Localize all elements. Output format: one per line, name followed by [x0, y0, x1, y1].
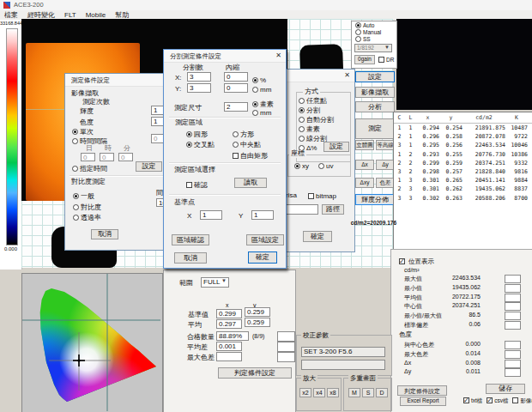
cancel-button[interactable]: 取消 — [91, 229, 118, 239]
range-label: 範圍 — [179, 280, 193, 288]
day-field[interactable] — [81, 153, 95, 161]
close-icon[interactable]: ✕ — [342, 71, 352, 80]
position-display-checkbox[interactable]: 位置表示 — [399, 258, 434, 266]
contour-button[interactable]: 等高線 — [376, 140, 395, 150]
close-icon[interactable]: ✕ — [274, 52, 283, 60]
radio-transmittance[interactable]: 透過率 — [73, 213, 101, 222]
delta-y-button[interactable]: Δy — [376, 160, 395, 170]
radio-manual-icon — [355, 29, 361, 35]
area-set-button[interactable]: 區域設定 — [246, 234, 284, 245]
size-field[interactable] — [224, 102, 248, 112]
radio-split[interactable]: 分割 — [299, 106, 320, 115]
table-row[interactable]: 210.2960.25820872.0789722 — [394, 132, 532, 141]
stat-row: 最小值 19435.062 — [391, 283, 532, 293]
radio-square[interactable]: 方形 — [233, 130, 254, 139]
avg-x-field: 0.297 — [216, 319, 242, 329]
radio-size-mm[interactable]: mm — [252, 109, 271, 117]
base-point-label: 基準点 — [174, 199, 195, 207]
min-field[interactable] — [118, 153, 133, 161]
radio-center-point[interactable]: 中央點 — [233, 140, 261, 149]
txt-file-checkbox[interactable]: txt檔 — [463, 397, 482, 403]
radio-single[interactable]: 單次 — [72, 127, 94, 136]
delta-xy-button[interactable]: Δxy — [355, 178, 374, 188]
radio-unit-percent[interactable]: % — [252, 76, 266, 84]
radio-uv[interactable]: uv — [318, 162, 333, 170]
save-button[interactable]: 儲存 — [486, 384, 525, 394]
radio-pixel[interactable]: 畫素 — [299, 124, 320, 134]
dialog-title-bar[interactable]: 分割測定條件設定 ✕ — [164, 50, 286, 63]
base-y-field[interactable] — [251, 210, 274, 220]
gain-button[interactable]: 0gain — [354, 55, 375, 64]
status-box — [505, 275, 521, 283]
shutter-select[interactable]: 1/8192▼ — [354, 44, 392, 52]
measure-button[interactable]: 測定 — [355, 118, 395, 139]
table-row[interactable]: 220.2990.25920374.2519332 — [394, 159, 532, 167]
status-box — [277, 352, 295, 362]
delta-x-button[interactable]: Δx — [355, 160, 374, 170]
luminance-dist-button[interactable]: 輝度分佈 — [355, 194, 395, 205]
radio-ss[interactable]: SS — [355, 36, 371, 42]
path-button[interactable]: 路徑 — [322, 204, 344, 215]
analyze-button[interactable]: 分析 — [355, 101, 395, 112]
free-rect-checkbox[interactable]: 自由矩形 — [233, 151, 268, 161]
zoom-x2-button[interactable]: x2 — [299, 388, 311, 397]
y-inset-field[interactable] — [224, 83, 248, 93]
multi-S-button[interactable]: S — [362, 388, 374, 397]
y-div-field[interactable] — [187, 83, 211, 93]
ok-button[interactable]: 確定 — [303, 231, 332, 242]
radio-auto[interactable]: Auto — [355, 22, 374, 28]
judge-condition-button[interactable]: 判定條件設定 — [397, 385, 447, 396]
radio-cross-point[interactable]: 交叉點 — [186, 140, 215, 149]
multi-D-button[interactable]: D — [376, 388, 388, 397]
capture-button[interactable]: 影像擷取 — [355, 87, 395, 98]
radio-normal[interactable]: 一般 — [73, 191, 94, 201]
table-row[interactable]: 330.3020.26320588.2068700 — [394, 194, 532, 203]
image-file-checkbox[interactable]: 影像檔 — [512, 397, 532, 403]
color-diff-button[interactable]: 色差 — [376, 178, 395, 188]
confirm-checkbox[interactable]: 確認 — [186, 180, 208, 190]
view3d-button[interactable]: 立體圖 — [355, 140, 374, 150]
cancel-button[interactable]: 取消 — [174, 252, 207, 264]
x-div-field[interactable] — [187, 72, 211, 82]
colorbar-max: 33168.844 — [0, 21, 22, 26]
radio-unit-mm[interactable]: mm — [252, 86, 271, 94]
table-row[interactable]: 110.2940.25421891.87510487 — [394, 124, 532, 132]
excel-report-button[interactable]: Excel Report — [400, 397, 446, 406]
dr-checkbox[interactable]: DR — [378, 57, 394, 63]
judge-condition-button[interactable]: 判定條件設定 — [218, 367, 292, 379]
hour-field[interactable] — [100, 153, 114, 161]
radio-uv-icon — [318, 163, 324, 169]
app-window: ACE3-200 檔案經時變化FLTMobile幫助 33168.844 0.0… — [0, 0, 532, 412]
x-inset-field[interactable] — [224, 72, 248, 82]
radio-contrast[interactable]: 對比度 — [73, 203, 101, 212]
radio-auto-split[interactable]: 自動分割 — [299, 115, 334, 124]
zoom-x8-button[interactable]: x8 — [327, 388, 339, 397]
method-set-button[interactable]: 設定 — [323, 142, 349, 152]
radio-circle[interactable]: 圓形 — [186, 130, 208, 139]
table-row[interactable]: 320.2980.25721828.8409816 — [394, 167, 532, 176]
multi-M-button[interactable]: M — [348, 388, 360, 397]
csv-file-checkbox[interactable]: csv檔 — [487, 397, 508, 403]
range-select[interactable]: FULL▼ — [201, 277, 229, 288]
area-confirm-button[interactable]: 區域確認 — [172, 234, 209, 245]
base-x-field[interactable] — [200, 210, 222, 220]
set-button[interactable]: 設定 — [355, 71, 395, 82]
free-rect-checkbox-icon — [233, 153, 239, 159]
table-row[interactable]: 130.3010.26520451.1419884 — [394, 176, 532, 185]
radio-xy[interactable]: xy — [294, 162, 309, 170]
bitmap-checkbox[interactable]: bitmap — [308, 192, 336, 200]
table-row[interactable]: 120.2930.25520776.73010386 — [394, 150, 532, 159]
menu-item[interactable]: 檔案 — [4, 10, 18, 20]
radio-size-pixel[interactable]: 畫素 — [252, 100, 274, 109]
zoom-x4-button[interactable]: x4 — [313, 388, 325, 397]
radio-any-point[interactable]: 任意點 — [299, 96, 327, 106]
ok-button[interactable]: 確定 — [248, 251, 277, 264]
table-row[interactable]: 310.2950.25622463.53410046 — [394, 141, 532, 149]
radio-auto-icon — [355, 22, 361, 28]
time-set-button[interactable]: 設定 — [136, 161, 162, 172]
radio-manual[interactable]: Manual — [355, 29, 381, 35]
read-button[interactable]: 讀取 — [234, 178, 267, 188]
path-field[interactable] — [286, 204, 318, 215]
radio-specified-time[interactable]: 指定時間 — [72, 164, 107, 173]
table-row[interactable]: 230.3010.26219435.0628837 — [394, 185, 532, 193]
